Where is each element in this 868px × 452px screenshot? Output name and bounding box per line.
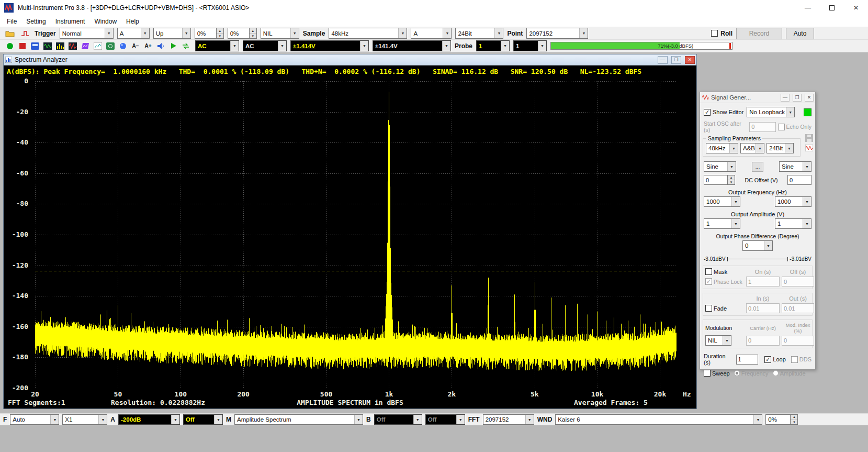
fade-out-input[interactable]: 0.01 [782, 303, 814, 313]
frequency-axis-select[interactable]: Auto▼ [10, 414, 59, 425]
save-icon[interactable] [805, 134, 813, 142]
spectrum-3d-icon[interactable] [80, 40, 91, 51]
child-restore-icon[interactable]: ❐ [671, 56, 681, 64]
fade-in-input[interactable]: 0.01 [746, 303, 780, 313]
level-slider[interactable] [727, 259, 788, 259]
roll-checkbox-box[interactable] [711, 30, 718, 37]
trigger-source-select[interactable]: A▼ [117, 28, 150, 39]
panel-close-icon[interactable]: ✕ [805, 94, 814, 102]
spinner[interactable]: ▲▼ [791, 414, 798, 425]
spectrum-canvas[interactable] [35, 81, 677, 388]
loopback-icon[interactable] [180, 40, 191, 51]
speaker-icon[interactable] [155, 40, 166, 51]
lcr-meter-icon[interactable] [105, 40, 116, 51]
amplitude-a-select[interactable]: 1▼ [704, 218, 740, 229]
font-increase-icon[interactable]: A+ [142, 40, 154, 51]
spectrum-analyzer-icon[interactable] [54, 40, 66, 51]
multimeter-icon[interactable] [29, 40, 41, 51]
generator-run-button[interactable] [804, 108, 811, 116]
oscilloscope-icon[interactable] [42, 40, 53, 51]
start-osc-input[interactable]: 0 [749, 122, 775, 132]
font-decrease-icon[interactable]: A− [130, 40, 141, 51]
loop-checkbox[interactable]: ✓ [764, 356, 771, 363]
trigger-level-input[interactable]: 0%▲▼ [195, 28, 224, 39]
phase-difference-select[interactable]: 0▼ [742, 240, 773, 251]
bit-depth-select[interactable]: 24Bit▼ [455, 28, 503, 39]
open-file-icon[interactable] [4, 28, 16, 39]
trigger-edge-select[interactable]: Up▼ [153, 28, 191, 39]
trigger-delay-input[interactable]: 0%▲▼ [228, 28, 257, 39]
dc-offset-a-input[interactable]: 0 [704, 175, 728, 185]
frequency-b-select[interactable]: 1000▼ [775, 196, 811, 207]
menu-help[interactable]: Help [121, 16, 144, 27]
coupling-b-select[interactable]: AC▼ [243, 40, 287, 51]
sampling-rate-select[interactable]: 48kHz▼ [329, 28, 407, 39]
measurement-mode-select[interactable]: Amplitude Spectrum▼ [234, 414, 363, 425]
titlebar[interactable]: Multi-Instrument Pro 3.8 - [+3DP+DLG+LCR… [0, 0, 868, 16]
probe-b-select[interactable]: 1▼ [513, 40, 547, 51]
auto-button[interactable]: Auto [786, 28, 814, 39]
window-function-select[interactable]: Kaiser 6▼ [555, 414, 762, 425]
a-range-select[interactable]: -200dB▼ [118, 414, 180, 425]
spinner[interactable]: ▲▼ [728, 175, 735, 185]
signal-generator-icon[interactable] [67, 40, 78, 51]
close-icon[interactable]: ✕ [844, 0, 868, 16]
signal-generator-titlebar[interactable]: Signal Gener... — ❐ ✕ [700, 92, 815, 103]
panel-restore-icon[interactable]: ❐ [793, 94, 802, 102]
mask-on-input[interactable]: 1 [746, 277, 780, 286]
waveform-a-select[interactable]: Sine▼ [704, 161, 736, 172]
fade-checkbox[interactable] [705, 305, 712, 312]
sweep-frequency-radio[interactable] [734, 370, 740, 376]
b-range-select[interactable]: Off▼ [374, 414, 422, 425]
loopback-select[interactable]: No Loopback▼ [747, 107, 795, 117]
spinner[interactable]: ▲▼ [250, 28, 257, 39]
gen-channels-select[interactable]: A&B▼ [740, 143, 764, 153]
frequency-a-select[interactable]: 1000▼ [704, 196, 740, 207]
trigger-hpf-select[interactable]: NIL▼ [261, 28, 299, 39]
show-editor-checkbox[interactable]: ✓ [704, 109, 711, 116]
gen-bit-depth-select[interactable]: 24Bit▼ [766, 143, 794, 153]
panel-minimize-icon[interactable]: — [781, 94, 790, 102]
play-icon[interactable] [167, 40, 179, 51]
sweep-checkbox[interactable] [704, 370, 711, 377]
run-icon[interactable] [4, 40, 16, 51]
range-b-select[interactable]: ±141.4V▼ [373, 40, 451, 51]
mod-index-input[interactable]: 0 [782, 336, 814, 346]
minimize-icon[interactable]: — [796, 0, 820, 16]
data-logger-icon[interactable] [92, 40, 104, 51]
waveform-b-select[interactable]: Sine▼ [779, 161, 811, 172]
sweep-amplitude-radio[interactable] [773, 370, 779, 376]
roll-checkbox[interactable]: Roll [711, 30, 732, 37]
menu-file[interactable]: File [2, 16, 21, 27]
echo-only-checkbox[interactable] [778, 124, 785, 130]
record-length-select[interactable]: 2097152▼ [526, 28, 588, 39]
menu-instrument[interactable]: Instrument [51, 16, 90, 27]
trigger-mode-select[interactable]: Normal▼ [60, 28, 114, 39]
x-scale-select[interactable]: X1▼ [62, 414, 107, 425]
waveform-library-icon[interactable] [805, 145, 813, 151]
range-a-select[interactable]: ±1.414V▼ [290, 40, 369, 51]
stop-icon[interactable] [17, 40, 28, 51]
gen-sampling-rate-select[interactable]: 48kHz▼ [706, 143, 738, 153]
child-close-icon[interactable]: ✕ [685, 56, 695, 64]
hotkey-icon[interactable] [117, 40, 129, 51]
a-mode-select[interactable]: Off▼ [183, 414, 223, 425]
dds-checkbox[interactable] [791, 356, 798, 363]
fft-size-select[interactable]: 2097152▼ [483, 414, 534, 425]
mask-off-input[interactable]: 0 [782, 277, 814, 286]
spectrum-analyzer-titlebar[interactable]: Spectrum Analyzer — ❐ ✕ [4, 54, 696, 65]
record-button[interactable]: Record [736, 28, 782, 39]
b-mode-select[interactable]: Off▼ [425, 414, 465, 425]
dc-offset-b-input[interactable]: 0 [787, 175, 811, 185]
overlap-input[interactable]: 0%▲▼ [765, 414, 798, 425]
modulation-select[interactable]: NIL▼ [705, 335, 731, 346]
spinner[interactable]: ▲▼ [217, 28, 224, 39]
sampling-channel-select[interactable]: A▼ [411, 28, 452, 39]
carrier-input[interactable]: 0 [746, 336, 780, 346]
amplitude-b-select[interactable]: 1▼ [775, 218, 811, 229]
coupling-a-select[interactable]: AC▼ [195, 40, 239, 51]
phase-lock-checkbox[interactable]: ✓ [705, 278, 712, 285]
child-minimize-icon[interactable]: — [658, 56, 668, 64]
menu-setting[interactable]: Setting [21, 16, 50, 27]
probe-a-select[interactable]: 1▼ [476, 40, 510, 51]
